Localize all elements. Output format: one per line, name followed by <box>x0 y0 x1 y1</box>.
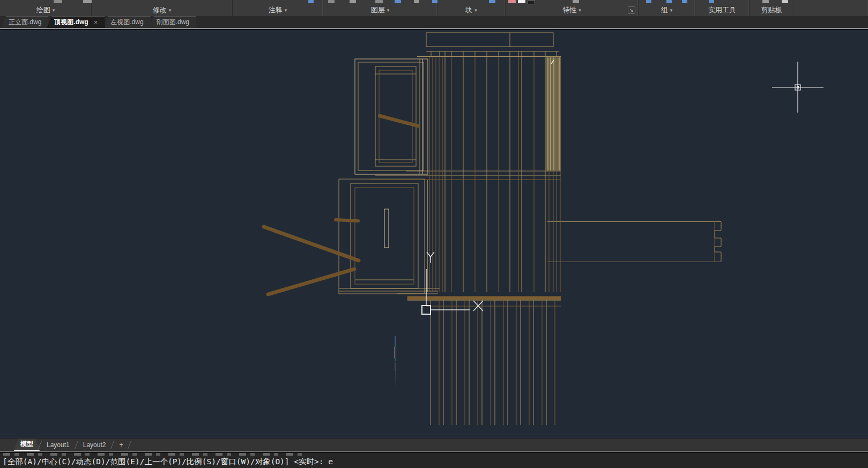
command-window[interactable]: [全部(A)/中心(C)/动态(D)/范围(E)/上一个(P)/比例(S)/窗口… <box>0 453 868 468</box>
ribbon-icon-fragment <box>682 0 687 3</box>
ribbon-icon-fragment <box>432 0 437 3</box>
chevron-down-icon[interactable]: ▾ <box>285 8 287 13</box>
chevron-down-icon[interactable]: ▾ <box>474 8 477 13</box>
thick-timber-bars <box>264 116 418 294</box>
new-layout-button[interactable]: + <box>113 440 129 450</box>
chevron-down-icon[interactable]: ▾ <box>670 8 673 13</box>
tan-linework <box>339 33 721 425</box>
panel-clipboard-label: 剪贴板 <box>761 5 782 16</box>
ribbon-panel-modify[interactable]: 修改▾ <box>92 0 233 16</box>
command-prompt[interactable]: [全部(A)/中心(C)/动态(D)/范围(E)/上一个(P)/比例(S)/窗口… <box>3 457 333 467</box>
chevron-down-icon[interactable]: ▾ <box>578 8 581 13</box>
close-icon[interactable]: × <box>94 18 98 26</box>
ribbon-icon-fragment <box>308 0 314 3</box>
ribbon-icon-fragment <box>395 0 401 3</box>
ribbon-icon-fragment <box>646 0 651 3</box>
light-linework <box>355 57 559 292</box>
layout-tab-layout2[interactable]: Layout2 <box>77 440 113 450</box>
ribbon-icon-fragment <box>489 0 495 3</box>
ribbon-icon-fragment <box>666 0 672 3</box>
panel-block-label: 块 <box>465 5 472 16</box>
panel-layers-label: 图层 <box>371 5 385 16</box>
ribbon: 绘图▾ 修改▾ 注释▾ 图层▾ 块▾ 特性▾ ↘ 组▾ 实用工具 剪贴板 <box>0 0 868 16</box>
dark-linework <box>355 57 715 425</box>
ribbon-panel-properties[interactable]: 特性▾ ↘ <box>506 0 639 16</box>
file-tab-front-elevation[interactable]: 正立面.dwg <box>1 16 49 28</box>
ribbon-icon-fragment <box>375 0 383 3</box>
panel-properties-label: 特性 <box>562 5 576 16</box>
ribbon-icon-fragment <box>54 0 62 3</box>
ribbon-icon-fragment <box>508 0 516 3</box>
ucs-icon <box>422 252 483 314</box>
ribbon-icon-fragment <box>350 0 356 3</box>
layout-tab-bar: 模型 Layout1 Layout2 + <box>0 438 868 452</box>
panel-launcher-icon[interactable]: ↘ <box>628 6 635 14</box>
model-space-canvas[interactable] <box>0 30 868 438</box>
layout-tab-layout1[interactable]: Layout1 <box>40 440 76 450</box>
cad-drawing <box>0 30 868 438</box>
layout-tab-model[interactable]: 模型 <box>14 439 40 451</box>
crosshair-cursor <box>772 62 824 113</box>
panel-utilities-label: 实用工具 <box>708 5 736 16</box>
layout-tab-divider <box>128 441 131 449</box>
ribbon-icon-fragment <box>83 0 92 3</box>
thin-polyline-artifact <box>395 336 396 385</box>
file-tab-left-view[interactable]: 左视图.dwg <box>103 16 151 28</box>
ribbon-panel-spacer <box>794 0 868 16</box>
file-tab-section-view[interactable]: 剖面图.dwg <box>149 16 197 28</box>
file-tab-top-view[interactable]: 顶视图.dwg× <box>47 16 105 28</box>
ribbon-icon-fragment <box>328 0 335 3</box>
autocad-window: { "ribbon": { "caret_glyph": "▾", "launc… <box>0 0 868 468</box>
command-history-clipped <box>3 453 303 456</box>
ribbon-icon-fragment <box>573 0 579 3</box>
ucs-y-axis-glyph <box>427 252 434 263</box>
ribbon-panel-utilities[interactable]: 实用工具 <box>695 0 750 16</box>
file-tab-bar: 正立面.dwg 顶视图.dwg× 左视图.dwg 剖面图.dwg <box>0 16 868 29</box>
panel-draw-label: 绘图 <box>36 5 50 16</box>
chevron-down-icon[interactable]: ▾ <box>169 8 172 13</box>
ribbon-icon-fragment <box>414 0 419 3</box>
chevron-down-icon[interactable]: ▾ <box>387 8 390 13</box>
ribbon-icon-fragment <box>518 0 525 3</box>
chevron-down-icon[interactable]: ▾ <box>53 8 55 13</box>
ribbon-icon-fragment <box>528 0 535 4</box>
ribbon-icon-fragment <box>709 0 714 3</box>
ribbon-icon-fragment <box>762 0 769 3</box>
ribbon-panel-draw[interactable]: 绘图▾ <box>0 0 92 16</box>
ribbon-icon-fragment <box>782 0 788 3</box>
panel-annotate-label: 注释 <box>269 5 283 16</box>
panel-modify-label: 修改 <box>153 5 167 16</box>
panel-groups-label: 组 <box>661 5 668 16</box>
